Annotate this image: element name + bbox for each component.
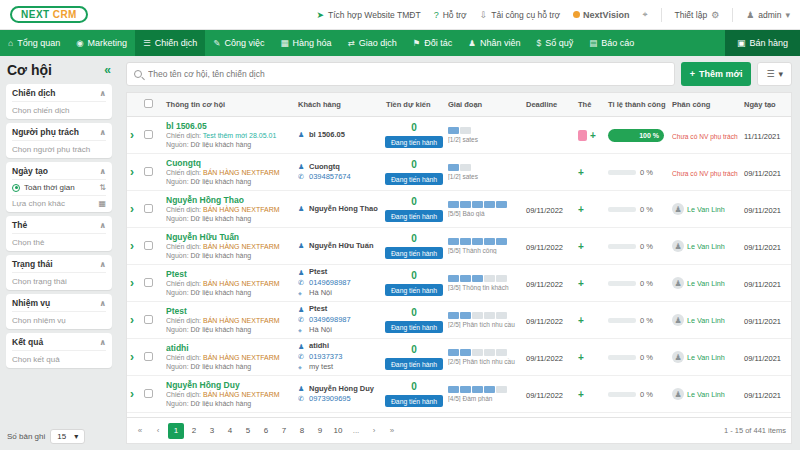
page-button-1[interactable]: 1: [168, 423, 184, 439]
nav-tab-Đối tác[interactable]: ⚑ Đối tác: [405, 30, 461, 56]
nav-tab-Báo cáo[interactable]: ▤ Báo cáo: [581, 30, 642, 56]
add-tag-button[interactable]: +: [578, 352, 584, 363]
column-header-created[interactable]: Ngày tạo: [741, 100, 791, 109]
campaign-link[interactable]: BÁN HÀNG NEXTFARM: [203, 243, 280, 250]
collapse-sidebar-icon[interactable]: «: [104, 63, 111, 77]
page-first-button[interactable]: «: [132, 423, 148, 439]
assignee-name-link[interactable]: Le Van Linh: [687, 390, 725, 399]
row-checkbox[interactable]: [144, 278, 153, 287]
select-all-checkbox[interactable]: [144, 99, 153, 108]
row-checkbox[interactable]: [144, 167, 153, 176]
campaign-link[interactable]: BÁN HÀNG NEXTFARM: [203, 391, 280, 398]
customer-name-link[interactable]: Nguyễn Hồng Duy: [309, 384, 374, 395]
user-menu[interactable]: ♟ admin ▾: [746, 10, 790, 20]
customer-name-link[interactable]: Nguyễn Hữu Tuấn: [309, 241, 373, 252]
customer-phone[interactable]: 0349698987: [309, 315, 351, 326]
assignee-name-link[interactable]: Le Van Linh: [687, 242, 725, 251]
opportunity-name-link[interactable]: Nguyễn Hồng Duy: [166, 380, 292, 390]
list-options-button[interactable]: ☰ ▾: [757, 62, 792, 86]
page-button-7[interactable]: 7: [276, 423, 292, 439]
expand-row-icon[interactable]: ›: [130, 314, 134, 326]
expand-row-icon[interactable]: ›: [130, 203, 134, 215]
customer-phone[interactable]: 0394857674: [309, 172, 351, 183]
add-tag-button[interactable]: +: [578, 204, 584, 215]
topbar-tools-link[interactable]: ⇩ Tải công cụ hỗ trợ: [480, 10, 560, 20]
filter-date-option[interactable]: Toàn thời gian ⇅: [12, 179, 106, 192]
column-header-assignee[interactable]: Phân công: [669, 100, 741, 109]
column-header-success[interactable]: Tỉ lệ thành công: [605, 100, 669, 109]
column-header-deadline[interactable]: Deadline: [523, 100, 575, 109]
page-button-5[interactable]: 5: [240, 423, 256, 439]
nav-tab-Hàng hóa[interactable]: ▦ Hàng hóa: [272, 30, 339, 56]
page-last-button[interactable]: »: [384, 423, 400, 439]
status-button[interactable]: Đang tiến hành: [385, 358, 443, 370]
page-button-6[interactable]: 6: [258, 423, 274, 439]
customer-phone[interactable]: 0149698987: [309, 278, 351, 289]
opportunity-name-link[interactable]: Cuongtq: [166, 158, 292, 168]
row-checkbox[interactable]: [144, 130, 153, 139]
opportunity-name-link[interactable]: Nguyễn Hữu Tuấn: [166, 232, 292, 242]
filter-placeholder[interactable]: Chọn chiến dịch: [12, 101, 106, 115]
customer-phone[interactable]: 0973909695: [309, 394, 351, 405]
filter-placeholder[interactable]: Chọn người phụ trách: [12, 140, 106, 154]
customer-name-link[interactable]: atidhi: [309, 341, 329, 352]
nextcrm-logo[interactable]: NEXT CRM: [10, 6, 88, 23]
status-button[interactable]: Đang tiến hành: [385, 210, 443, 222]
campaign-link[interactable]: BÁN HÀNG NEXTFARM: [203, 206, 280, 213]
add-tag-button[interactable]: +: [578, 167, 584, 178]
chevron-up-icon[interactable]: ∧: [100, 260, 107, 269]
chevron-up-icon[interactable]: ∧: [100, 128, 107, 137]
campaign-link[interactable]: Test thêm mới 28.05.01: [203, 132, 276, 139]
assignee-name-link[interactable]: Le Van Linh: [687, 316, 725, 325]
opportunity-name-link[interactable]: atidhi: [166, 343, 292, 353]
nav-tab-Nhân viên[interactable]: ♟ Nhân viên: [460, 30, 528, 56]
nav-tab-Công việc[interactable]: ✎ Công việc: [205, 30, 272, 56]
page-next-button[interactable]: ›: [366, 423, 382, 439]
page-ellipsis-button[interactable]: ...: [348, 423, 364, 439]
filter-placeholder[interactable]: Chọn nhiệm vụ: [12, 311, 106, 325]
add-tag-button[interactable]: +: [578, 241, 584, 252]
opportunity-name-link[interactable]: Ptest: [166, 306, 292, 316]
customer-name-link[interactable]: Nguyễn Hồng Thao: [309, 204, 378, 215]
column-header-customer[interactable]: Khách hàng: [295, 100, 383, 109]
page-button-10[interactable]: 10: [330, 423, 346, 439]
chevron-up-icon[interactable]: ∧: [100, 299, 107, 308]
add-new-button[interactable]: + Thêm mới: [681, 62, 752, 86]
expand-row-icon[interactable]: ›: [130, 388, 134, 400]
customer-name-link[interactable]: bl 1506.05: [309, 130, 345, 141]
row-checkbox[interactable]: [144, 241, 153, 250]
page-button-2[interactable]: 2: [186, 423, 202, 439]
expand-row-icon[interactable]: ›: [130, 240, 134, 252]
add-tag-button[interactable]: +: [590, 130, 596, 141]
nav-tab-Sổ quỹ[interactable]: $ Sổ quỹ: [528, 30, 581, 56]
add-tag-button[interactable]: +: [578, 389, 584, 400]
status-button[interactable]: Đang tiến hành: [385, 173, 443, 185]
tag-swatch[interactable]: [578, 130, 587, 141]
nav-tab-Chiến dịch[interactable]: ☰ Chiến dịch: [135, 30, 205, 56]
expand-row-icon[interactable]: ›: [130, 277, 134, 289]
page-button-9[interactable]: 9: [312, 423, 328, 439]
expand-row-icon[interactable]: ›: [130, 129, 134, 141]
chevron-up-icon[interactable]: ∧: [100, 89, 107, 98]
row-checkbox[interactable]: [144, 315, 153, 324]
location-button[interactable]: ⌖: [642, 9, 647, 20]
topbar-integration-link[interactable]: ➤ Tích hợp Website TMĐT: [316, 10, 420, 20]
customer-name-link[interactable]: Ptest: [309, 304, 327, 315]
filter-placeholder[interactable]: Chọn trạng thái: [12, 272, 106, 286]
add-tag-button[interactable]: +: [578, 315, 584, 326]
column-header-info[interactable]: Thông tin cơ hội: [163, 100, 295, 109]
nav-tab-Marketing[interactable]: ◉ Marketing: [68, 30, 135, 56]
filter-date-other[interactable]: Lựa chọn khác ▦: [12, 195, 106, 208]
assignee-name-link[interactable]: Le Van Linh: [687, 279, 725, 288]
row-checkbox[interactable]: [144, 389, 153, 398]
opportunity-name-link[interactable]: Nguyễn Hồng Thao: [166, 195, 292, 205]
opportunity-name-link[interactable]: bl 1506.05: [166, 121, 292, 131]
status-button[interactable]: Đang tiến hành: [385, 395, 443, 407]
opportunity-name-link[interactable]: Ptest: [166, 269, 292, 279]
status-button[interactable]: Đang tiến hành: [385, 321, 443, 333]
customer-name-link[interactable]: Ptest: [309, 267, 327, 278]
column-header-amount[interactable]: Tiền dự kiến: [383, 100, 445, 109]
nav-tab-Giao dịch[interactable]: ⇄ Giao dịch: [340, 30, 405, 56]
page-prev-button[interactable]: ‹: [150, 423, 166, 439]
filter-placeholder[interactable]: Chọn kết quả: [12, 350, 106, 364]
